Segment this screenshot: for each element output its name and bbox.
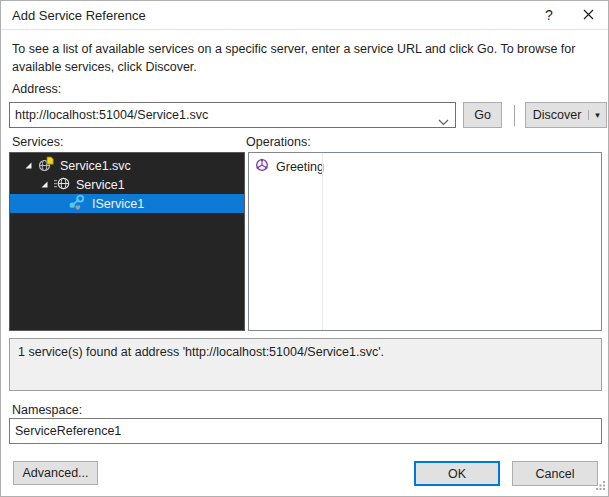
help-button[interactable]: ?: [538, 5, 560, 25]
discover-button-label[interactable]: Discover: [526, 108, 588, 122]
status-message-box: 1 service(s) found at address 'http://lo…: [9, 338, 602, 391]
tree-item-label: Service1: [76, 178, 125, 192]
services-label: Services:: [12, 135, 63, 149]
service-icon: [54, 175, 70, 194]
cancel-button[interactable]: Cancel: [512, 461, 598, 486]
services-tree: Service1.svc Service1: [9, 152, 245, 331]
list-column-separator: [322, 153, 323, 330]
operation-label: Greeting: [276, 160, 324, 174]
go-button[interactable]: Go: [463, 102, 502, 128]
tree-item-label: Service1.svc: [60, 159, 131, 173]
expander-expanded-icon[interactable]: [24, 159, 33, 173]
ok-button[interactable]: OK: [414, 461, 500, 486]
operations-label: Operations:: [246, 135, 311, 149]
tree-item-service1[interactable]: Service1: [10, 175, 244, 194]
service-file-icon: [38, 156, 54, 175]
address-label: Address:: [12, 82, 61, 96]
advanced-button[interactable]: Advanced...: [13, 461, 98, 485]
operations-list: Greeting: [248, 152, 602, 331]
tree-item-label: IService1: [92, 197, 144, 211]
status-text: 1 service(s) found at address 'http://lo…: [18, 345, 384, 359]
toolbar-separator: [514, 105, 515, 126]
chevron-down-icon[interactable]: [438, 112, 449, 130]
close-icon: [583, 7, 594, 23]
discover-button[interactable]: Discover ▾: [525, 102, 607, 128]
tree-item-iservice1-selected[interactable]: IService1: [10, 194, 244, 213]
advanced-button-label: Advanced...: [22, 466, 88, 480]
discover-dropdown-arrow-icon[interactable]: ▾: [588, 110, 606, 120]
help-icon: ?: [545, 7, 553, 23]
cancel-button-label: Cancel: [536, 467, 575, 481]
operation-icon: [255, 158, 269, 175]
tree-item-service1-svc[interactable]: Service1.svc: [10, 156, 244, 175]
close-button[interactable]: [577, 5, 599, 25]
namespace-input[interactable]: [9, 418, 602, 444]
dialog-description: To see a list of available services on a…: [12, 40, 600, 76]
namespace-label: Namespace:: [12, 403, 82, 417]
address-combobox[interactable]: [9, 102, 456, 128]
go-button-label: Go: [474, 108, 491, 122]
resize-grip[interactable]: [596, 476, 606, 494]
dialog-title: Add Service Reference: [12, 8, 146, 23]
add-service-reference-dialog: Add Service Reference ? To see a list of…: [0, 0, 609, 497]
expander-expanded-icon[interactable]: [40, 178, 49, 192]
interface-icon: [68, 194, 86, 214]
address-input[interactable]: [10, 103, 439, 127]
title-bar: Add Service Reference ?: [1, 1, 608, 30]
operation-item-greeting[interactable]: Greeting: [249, 153, 601, 175]
ok-button-label: OK: [448, 467, 466, 481]
